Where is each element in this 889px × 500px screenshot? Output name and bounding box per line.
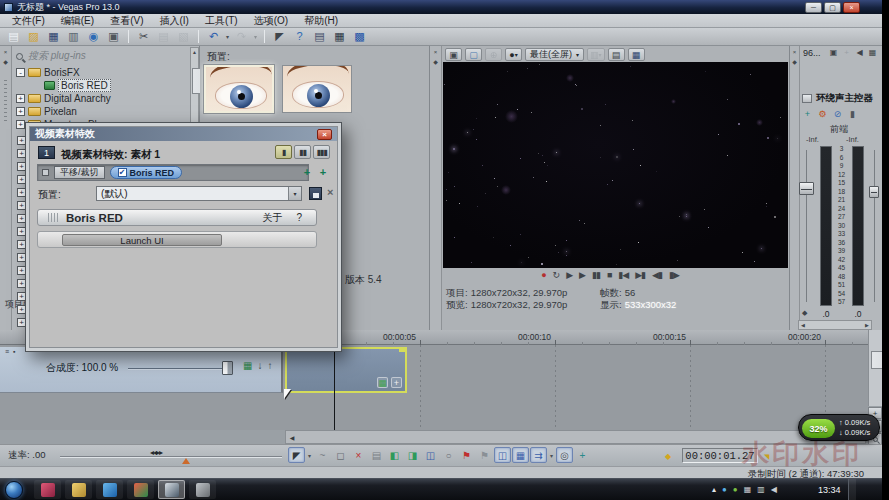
dock-sync-icon[interactable]: ▣ [828, 47, 839, 58]
track-header[interactable]: ≡▪ 合成度: 100.0 % ▦↓↑ [0, 347, 283, 393]
menu-item-帮助(H)[interactable]: 帮助(H) [296, 14, 346, 27]
split-button[interactable]: ◫ [422, 447, 439, 463]
expand-box-icon[interactable]: + [16, 107, 25, 116]
surround-master-row[interactable]: 环绕声主控器 [802, 92, 873, 105]
expand-box-icon[interactable]: + [16, 94, 25, 103]
fx-layout-1-button[interactable]: ▮ [275, 145, 292, 159]
split-screen-icon[interactable]: ▥ ▾ [587, 48, 605, 61]
mixer-scrollbar[interactable]: ◀ ▶ [798, 320, 872, 330]
pause-button[interactable]: ▮▮ [592, 268, 600, 282]
help-button[interactable]: ? [296, 212, 302, 223]
fx-layout-3-button[interactable]: ▮▮▮ [313, 145, 330, 159]
settings-gear-icon[interactable]: ⚙ [817, 108, 828, 119]
snap-toggle-button[interactable]: ◫ [494, 447, 511, 463]
taskbar-clock[interactable]: 13:34 [818, 479, 841, 500]
event-fx-icon[interactable]: ▦ [377, 377, 388, 388]
undo-dropdown[interactable]: ▾ [224, 33, 231, 40]
expand-box-icon[interactable]: - [16, 68, 25, 77]
stop-button[interactable]: ■ [607, 268, 611, 282]
title-bar[interactable]: 无标题 * - Vegas Pro 13.0 ─ ▢ × [0, 0, 882, 14]
trim-end-button[interactable]: ◨ [404, 447, 421, 463]
open-icon[interactable]: ▨ [24, 29, 43, 44]
tree-item-Boris RED[interactable]: Boris RED [14, 79, 188, 92]
preview-quality-dropdown[interactable]: 最佳(全屏) ▾ [525, 48, 584, 61]
cut-icon[interactable]: ✂ [134, 29, 153, 44]
menu-item-文件(F)[interactable]: 文件(F) [4, 14, 53, 27]
taskbar-vegas-pro[interactable] [158, 480, 185, 499]
dock-sync-icon[interactable]: ▣ [445, 48, 462, 61]
track-area[interactable]: ≡▪ 合成度: 100.0 % ▦↓↑ ▦+ [0, 345, 868, 430]
edit-cursor[interactable] [334, 345, 335, 430]
scroll-left-icon[interactable]: ◀ [286, 434, 298, 441]
normal-edit-tool-icon[interactable]: ◤ [270, 29, 289, 44]
close-button[interactable]: × [843, 2, 860, 13]
track-fx-icon[interactable]: ▦ [243, 360, 252, 371]
save-snapshot-icon[interactable]: ▦ [628, 48, 645, 61]
lock-button[interactable]: ○ [440, 447, 457, 463]
paste-icon[interactable]: ▧ [174, 29, 193, 44]
scroll-right-icon[interactable]: ▶ [863, 322, 871, 328]
marker-gray-button[interactable]: ⚑ [476, 447, 493, 463]
taskbar-explorer[interactable] [65, 480, 92, 499]
normal-edit-tool-dropdown[interactable]: ▾ [306, 452, 313, 459]
split-screen-dropdown[interactable]: ▾ [599, 51, 602, 58]
selection-edit-tool-button[interactable]: ◻ [332, 447, 349, 463]
secondary-fader-handle[interactable] [869, 186, 879, 198]
maximize-button[interactable]: ▢ [824, 2, 841, 13]
minimize-button[interactable]: ─ [805, 2, 822, 13]
external-control-button[interactable]: + [574, 447, 591, 463]
preview-quality-icon[interactable]: ● ▾ [505, 48, 522, 61]
pan-crop-chip[interactable]: 平移/裁切 [54, 166, 105, 179]
record-button[interactable]: ● [541, 268, 545, 282]
about-button[interactable]: 关于 [262, 211, 282, 225]
play-button[interactable]: ▶ [579, 268, 585, 282]
add-bus-icon[interactable]: + [841, 47, 852, 58]
video-media-fx-dialog[interactable]: 视频素材特效 × 1 视频素材特效: 素材 1 ▮ ▮▮ ▮▮▮ 平移/裁切 ✔… [25, 122, 342, 352]
tree-item-Pixelan[interactable]: +Pixelan [14, 105, 188, 118]
tree-item-BorisFX[interactable]: -BorisFX [14, 66, 188, 79]
add-fx-icon[interactable]: + [317, 166, 329, 178]
taskbar-app-gray[interactable] [189, 480, 216, 499]
composite-child-icon[interactable]: ↓ [257, 360, 262, 371]
plugin-dock-strip[interactable]: × ◆ [0, 46, 12, 330]
render-as-icon[interactable]: ▥ [64, 29, 83, 44]
composite-parent-icon[interactable]: ↑ [267, 360, 272, 371]
launch-ui-button[interactable]: Launch UI [62, 234, 222, 246]
compositing-slider[interactable] [128, 368, 232, 369]
close-icon[interactable]: × [790, 49, 799, 55]
scroll-up-icon[interactable]: ▲ [191, 48, 198, 56]
post-edit-ripple-button[interactable]: ▤ [368, 447, 385, 463]
whats-this-help-icon[interactable]: ? [290, 29, 309, 44]
taskbar-app-color[interactable] [127, 480, 154, 499]
lock-icon[interactable]: ◆ [802, 309, 807, 317]
show-hidden-icons-icon[interactable]: ▴ [712, 483, 716, 497]
delete-button[interactable]: × [350, 447, 367, 463]
master-fader-handle[interactable] [799, 182, 814, 195]
preset-thumbnail[interactable] [282, 65, 352, 113]
menu-item-选项(O)[interactable]: 选项(O) [246, 14, 296, 27]
preview-dock-strip[interactable]: × ◆ [430, 46, 442, 330]
compositing-slider-handle[interactable] [222, 361, 233, 375]
expand-box-icon[interactable]: + [16, 120, 25, 129]
tray-volume-icon[interactable]: ▥ [757, 483, 765, 497]
dialog-title-bar[interactable]: 视频素材特效 × [30, 127, 337, 141]
trim-start-button[interactable]: ◧ [386, 447, 403, 463]
deinterlace-icon[interactable]: ⊕ [485, 48, 502, 61]
close-icon[interactable]: × [0, 49, 11, 55]
quantize-toggle-button[interactable]: ▦ [512, 447, 529, 463]
tray-app-green-icon[interactable]: ● [733, 483, 738, 497]
tree-item-Digital Anarchy[interactable]: +Digital Anarchy [14, 92, 188, 105]
delete-preset-icon[interactable]: × [327, 186, 333, 198]
copy-snapshot-icon[interactable]: ▤ [608, 48, 625, 61]
rate-slider[interactable] [60, 456, 282, 457]
auto-ripple-toggle-dropdown[interactable]: ▾ [548, 452, 555, 459]
redo-dropdown[interactable]: ▾ [252, 33, 259, 40]
loop-playback-button[interactable]: ↻ [553, 268, 560, 282]
video-event-clip[interactable]: ▦+ [285, 347, 407, 393]
show-desktop-button[interactable] [848, 479, 856, 500]
dialog-close-button[interactable]: × [317, 129, 332, 140]
window-layout-icon[interactable]: ▤ [310, 29, 329, 44]
track-mini-icon[interactable]: ▪ [13, 348, 15, 355]
tray-input-icon[interactable]: ◀ [771, 483, 777, 497]
start-button[interactable] [5, 481, 23, 499]
